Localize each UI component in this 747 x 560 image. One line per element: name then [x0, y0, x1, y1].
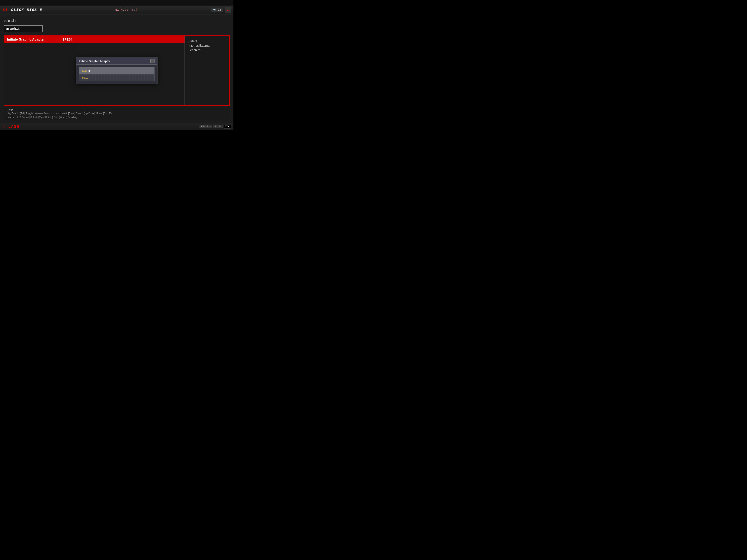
dialog-list: IGD PEG: [79, 67, 155, 81]
bios-header: Si CLICK BIOS 5 EZ Mode (F7) 📷 F12 ▶: [0, 5, 233, 15]
f12-label: F12: [216, 8, 221, 11]
dialog-option-igd[interactable]: IGD: [79, 68, 154, 74]
search-title: earch: [4, 18, 230, 24]
dialog-titlebar: Initiate Graphic Adapter ×: [76, 57, 157, 64]
help-title: Help: [7, 108, 226, 111]
dialog-option-peg-label: PEG: [82, 76, 88, 79]
arrow-right-icon: ▶: [227, 8, 229, 12]
flash-icon: ⚡: [3, 125, 5, 129]
msi-icon: Si: [3, 8, 8, 12]
dialog-body: IGD PEG: [76, 64, 157, 83]
dialog-option-igd-label: IGD: [82, 69, 87, 72]
header-controls: 📷 F12 ▶: [211, 7, 231, 13]
mouse-help: Mouse : [Left Button] Select, [Right But…: [7, 115, 226, 119]
dialog-box: Initiate Graphic Adapter × IGD PEG: [76, 57, 157, 84]
dialog-title: Initiate Graphic Adapter: [79, 59, 110, 62]
footer-right: ESC: Exit F1: Ga XDA: [200, 125, 231, 129]
result-area: Initiate Graphic Adapter [PEG] Select In…: [4, 35, 230, 106]
dialog-option-peg[interactable]: PEG: [79, 75, 154, 81]
top-black-bar: [0, 0, 233, 5]
arrow-button[interactable]: ▶: [225, 7, 231, 13]
main-content: earch Initiate Graphic Adapter [PEG] Sel…: [0, 15, 233, 123]
footer: ⚡ LASH ESC: Exit F1: Ga XDA: [0, 123, 233, 130]
xda-badge: XDA: [224, 125, 231, 129]
ez-mode-label[interactable]: EZ Mode (F7): [115, 8, 137, 11]
cursor-icon: [88, 70, 91, 73]
dialog-close-button[interactable]: ×: [150, 59, 155, 63]
dialog-overlay: Initiate Graphic Adapter × IGD PEG: [4, 36, 229, 105]
f1-key[interactable]: F1: Ga: [213, 125, 223, 128]
search-input-wrapper: [4, 25, 230, 32]
bios-logo: Si CLICK BIOS 5: [3, 8, 42, 12]
f12-button[interactable]: 📷 F12: [211, 8, 223, 12]
camera-icon: 📷: [213, 8, 216, 11]
flash-text: LASH: [8, 125, 20, 129]
keyboard-help: KeyBoard : [Tab] Toggle between Search b…: [7, 111, 226, 115]
search-input[interactable]: [4, 25, 43, 32]
bios-logo-text: CLICK BIOS 5: [11, 8, 42, 12]
esc-key[interactable]: ESC: Exit: [200, 125, 212, 128]
flash-label: ⚡ LASH: [3, 124, 20, 129]
help-bar: Help KeyBoard : [Tab] Toggle between Sea…: [4, 106, 230, 121]
